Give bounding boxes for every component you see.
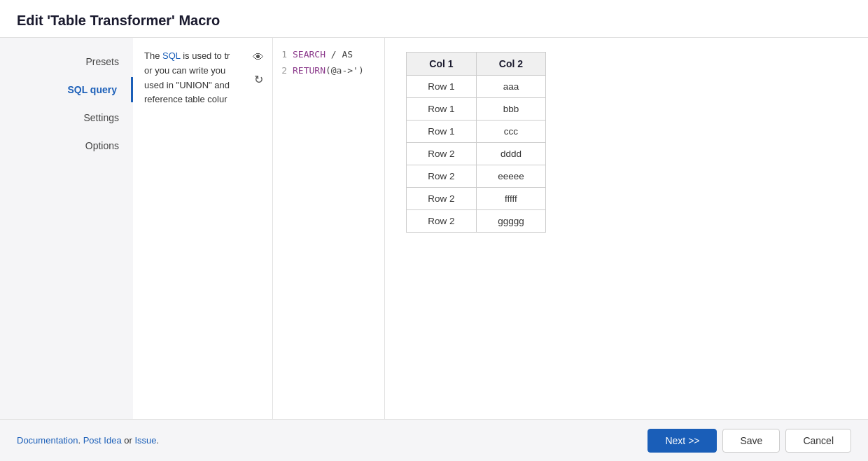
main-layout: Presets SQL query Settings Options The S…: [0, 38, 868, 419]
col-header-2: Col 2: [476, 53, 545, 76]
footer-actions: Next >> Save Cancel: [648, 429, 851, 453]
table-cell-3-0: Row 2: [407, 143, 477, 165]
table-cell-0-1: aaa: [476, 76, 545, 98]
table-header-row: Col 1 Col 2: [407, 53, 546, 76]
table-row: Row 2dddd: [407, 143, 546, 165]
table-cell-3-1: dddd: [476, 143, 545, 165]
sidebar-item-presets[interactable]: Presets: [0, 49, 133, 74]
table-cell-6-1: ggggg: [476, 210, 545, 233]
documentation-link[interactable]: Documentation: [17, 435, 78, 446]
table-cell-2-0: Row 1: [407, 121, 477, 143]
table-cell-0-0: Row 1: [407, 76, 477, 98]
table-row: Row 2eeeee: [407, 165, 546, 188]
cancel-button[interactable]: Cancel: [785, 429, 851, 453]
code-line-1: 1 SEARCH / AS: [279, 46, 379, 62]
description-panel: The SQL is used to tr or you can write y…: [133, 38, 273, 419]
table-cell-1-1: bbb: [476, 98, 545, 121]
icon-bar: 👁 ↻: [250, 49, 267, 88]
table-row: Row 1ccc: [407, 121, 546, 143]
title-bar: Edit 'Table Transformer' Macro: [0, 0, 868, 38]
sidebar: Presets SQL query Settings Options: [0, 38, 133, 419]
content-area: The SQL is used to tr or you can write y…: [133, 38, 868, 419]
code-content-1: SEARCH / AS: [293, 46, 353, 62]
issue-link[interactable]: Issue: [134, 435, 156, 446]
page-title: Edit 'Table Transformer' Macro: [17, 13, 851, 29]
sidebar-item-options[interactable]: Options: [0, 133, 133, 158]
table-row: Row 1aaa: [407, 76, 546, 98]
description-text: The SQL is used to tr or you can write y…: [144, 49, 261, 107]
table-cell-4-0: Row 2: [407, 165, 477, 188]
table-row: Row 2fffff: [407, 188, 546, 210]
table-cell-2-1: ccc: [476, 121, 545, 143]
code-line-2: 2 RETURN(@a->'): [279, 62, 379, 78]
post-idea-link[interactable]: Post Idea: [83, 435, 122, 446]
table-cell-6-0: Row 2: [407, 210, 477, 233]
sql-link[interactable]: SQL: [162, 50, 181, 61]
footer-post-text: .: [78, 435, 83, 446]
col-header-1: Col 1: [407, 53, 477, 76]
table-cell-5-1: fffff: [476, 188, 545, 210]
preview-panel: Col 1 Col 2 Row 1aaaRow 1bbbRow 1cccRow …: [385, 38, 868, 419]
save-button[interactable]: Save: [722, 429, 780, 453]
footer: Documentation. Post Idea or Issue. Next …: [0, 419, 868, 461]
table-cell-4-1: eeeee: [476, 165, 545, 188]
table-cell-1-0: Row 1: [407, 98, 477, 121]
footer-period: .: [157, 435, 160, 446]
footer-links: Documentation. Post Idea or Issue.: [17, 435, 159, 446]
sidebar-item-sql-query[interactable]: SQL query: [0, 77, 133, 102]
table-cell-5-0: Row 2: [407, 188, 477, 210]
next-button[interactable]: Next >>: [648, 429, 717, 453]
footer-or-text: or: [122, 435, 135, 446]
preview-table: Col 1 Col 2 Row 1aaaRow 1bbbRow 1cccRow …: [406, 52, 546, 233]
refresh-icon[interactable]: ↻: [250, 71, 267, 88]
table-row: Row 2ggggg: [407, 210, 546, 233]
line-number-2: 2: [279, 62, 287, 78]
code-content-2: RETURN(@a->'): [293, 62, 364, 78]
eye-icon[interactable]: 👁: [250, 49, 267, 66]
sidebar-item-settings[interactable]: Settings: [0, 105, 133, 130]
line-number-1: 1: [279, 46, 287, 62]
table-row: Row 1bbb: [407, 98, 546, 121]
code-editor[interactable]: 1 SEARCH / AS 2 RETURN(@a->'): [273, 38, 385, 419]
